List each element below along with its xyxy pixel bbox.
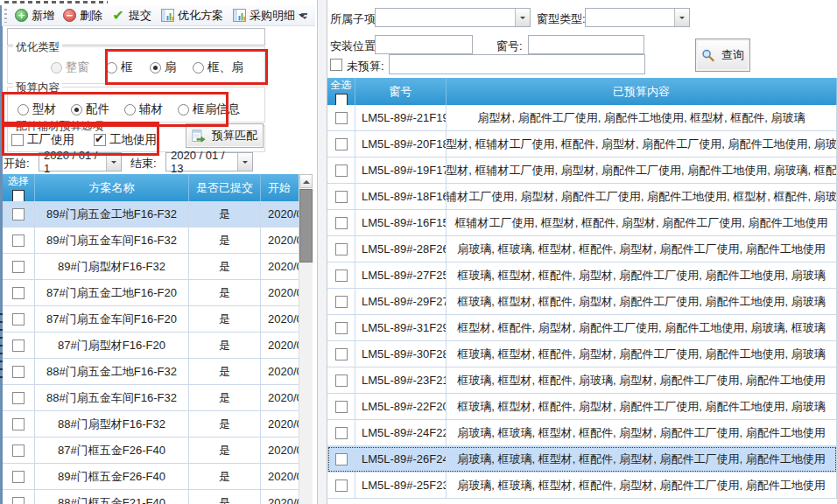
toolbar-grip[interactable]	[4, 9, 7, 23]
row-checkbox[interactable]	[12, 313, 25, 326]
plan-row[interactable]: 87#门扇五金车间F16-F20是2020/0	[3, 306, 313, 332]
row-checkbox[interactable]	[12, 471, 25, 483]
window-row[interactable]: LM5L-89#-21F19扇型材, 扇配件工厂使用, 扇配件工地使用, 框型材…	[327, 105, 837, 131]
column-header-select-all[interactable]: 全选	[327, 78, 355, 105]
win-no-input[interactable]	[528, 35, 644, 54]
date-end-dropdown-icon[interactable]	[237, 153, 252, 171]
select-all-plans-checkbox[interactable]	[12, 190, 25, 202]
checkbox-icon[interactable]	[94, 134, 106, 146]
row-checkbox[interactable]	[335, 480, 348, 492]
radio-option[interactable]: 配件	[71, 102, 109, 117]
radio-option[interactable]: 框	[106, 60, 133, 75]
window-row[interactable]: LM5L-89#-19F17框型材, 框辅材工厂使用, 扇型材, 扇配件工厂使用…	[327, 158, 837, 184]
no-budget-checkbox[interactable]	[330, 59, 342, 71]
row-checkbox[interactable]	[335, 138, 348, 150]
row-checkbox[interactable]	[335, 322, 348, 334]
row-checkbox[interactable]	[12, 418, 25, 430]
window-row[interactable]: LM5L-89#-26F24扇玻璃, 框玻璃, 框型材, 框配件, 扇型材, 扇…	[327, 446, 837, 472]
window-row[interactable]: LM5L-89#-28F26扇玻璃, 框玻璃, 框型材, 框配件, 扇型材, 扇…	[327, 236, 837, 262]
toolbar-button[interactable]: 优化方案	[156, 6, 228, 25]
date-start-picker[interactable]: 2020 / 01 / 1	[39, 152, 122, 172]
column-header-select[interactable]: 选择	[3, 174, 35, 201]
window-row[interactable]: LM5L-89#-18F16框辅材工厂使用, 扇型材, 扇配件工厂使用, 扇配件…	[327, 184, 837, 210]
column-header-submitted[interactable]: 是否已提交	[189, 174, 261, 201]
toolbar-overflow-button[interactable]	[298, 10, 311, 24]
select-all-windows-checkbox[interactable]	[335, 94, 348, 106]
plan-row[interactable]: 87#门扇五金工地F16-F20是2020/0	[3, 280, 313, 306]
radio-option[interactable]: 扇	[150, 60, 177, 75]
row-checkbox[interactable]	[12, 234, 25, 247]
toolbar-button[interactable]: ✔提交	[107, 6, 156, 25]
row-checkbox[interactable]	[335, 401, 348, 413]
row-checkbox[interactable]	[335, 112, 348, 124]
column-header-win-no[interactable]: 窗号	[355, 78, 447, 105]
budget-match-button[interactable]: 预算匹配	[186, 123, 264, 148]
plan-row[interactable]: 89#门扇型材F16-F32是2020/0	[3, 254, 313, 280]
checkbox-option[interactable]: 工地使用	[94, 132, 157, 148]
toolbar-button[interactable]: −删除	[59, 6, 107, 25]
row-checkbox[interactable]	[12, 261, 25, 273]
window-row[interactable]: LM5L-89#-27F25框玻璃, 框型材, 框配件, 扇型材, 扇配件工厂使…	[327, 262, 837, 289]
row-checkbox[interactable]	[12, 287, 25, 299]
row-checkbox[interactable]	[335, 217, 348, 229]
radio-option[interactable]: 辅材	[124, 102, 163, 117]
window-row[interactable]: LM5L-89#-30F28框玻璃, 框型材, 框配件, 扇型材, 扇配件工厂使…	[327, 341, 837, 368]
row-checkbox[interactable]	[335, 296, 348, 308]
radio-option[interactable]: 框扇信息	[178, 102, 240, 117]
query-button[interactable]: 查询	[695, 38, 750, 72]
window-row[interactable]: LM5L-89#-22F20框玻璃, 框型材, 框配件, 扇型材, 扇配件工厂使…	[327, 394, 837, 420]
window-row[interactable]: LM5L-89#-25F23扇玻璃, 框玻璃, 框型材, 框配件, 扇型材, 扇…	[327, 472, 837, 499]
plan-row[interactable]: 88#门框五金F21-F40是2020/0	[3, 490, 313, 504]
radio-icon[interactable]	[18, 104, 29, 116]
window-row[interactable]: LM5L-89#-16F15框辅材工厂使用, 框型材, 框配件, 扇型材, 扇配…	[327, 210, 837, 236]
window-row[interactable]: LM5L-89#-29F27框玻璃, 框型材, 框配件, 扇型材, 扇配件工厂使…	[327, 289, 837, 315]
toolbar-button[interactable]: +新增	[11, 6, 59, 25]
no-budget-input[interactable]	[389, 54, 645, 74]
plan-row[interactable]: 88#门扇五金工地F16-F32是2020/0	[3, 359, 313, 385]
row-checkbox[interactable]	[335, 243, 348, 256]
plan-table-scrollbar[interactable]	[299, 174, 313, 504]
sub-item-combobox[interactable]	[375, 8, 531, 27]
radio-icon[interactable]	[106, 62, 117, 74]
scrollbar-thumb[interactable]	[299, 189, 313, 262]
scrollbar-up-icon[interactable]	[299, 174, 313, 188]
column-header-budgeted[interactable]: 已预算内容	[447, 78, 837, 105]
radio-icon[interactable]	[193, 62, 204, 74]
window-row[interactable]: LM5L-89#-31F29框型材, 框配件, 扇型材, 扇配件工厂使用, 扇配…	[327, 315, 837, 341]
row-checkbox[interactable]	[12, 366, 25, 378]
sub-item-dropdown-icon[interactable]	[515, 9, 530, 26]
radio-icon[interactable]	[71, 104, 82, 116]
win-type-combobox[interactable]	[585, 8, 690, 27]
row-checkbox[interactable]	[335, 164, 348, 177]
install-pos-input[interactable]	[375, 35, 473, 54]
date-start-dropdown-icon[interactable]	[106, 153, 121, 171]
radio-icon[interactable]	[124, 104, 136, 116]
plan-row[interactable]: 89#门扇五金车间F16-F32是2020/0	[3, 228, 313, 254]
plan-row[interactable]: 89#门扇五金工地F16-F32是2020/0	[3, 201, 313, 228]
row-checkbox[interactable]	[12, 497, 25, 504]
radio-icon[interactable]	[150, 62, 161, 74]
radio-icon[interactable]	[178, 104, 189, 116]
row-checkbox[interactable]	[335, 348, 348, 360]
row-checkbox[interactable]	[335, 191, 348, 203]
checkbox-option[interactable]: 工厂使用	[11, 132, 74, 148]
row-checkbox[interactable]	[12, 208, 25, 220]
radio-option[interactable]: 框、扇	[193, 60, 243, 75]
row-checkbox[interactable]	[12, 392, 25, 404]
row-checkbox[interactable]	[335, 374, 348, 387]
row-checkbox[interactable]	[12, 340, 25, 352]
window-row[interactable]: LM5L-89#-20F18框型材, 框辅材工厂使用, 框配件, 扇型材, 扇配…	[327, 131, 837, 158]
panel-splitter[interactable]	[317, 0, 327, 504]
radio-option[interactable]: 型材	[18, 102, 56, 117]
window-row[interactable]: LM5L-89#-24F22扇玻璃, 框玻璃, 框型材, 框配件, 扇型材, 扇…	[327, 420, 837, 446]
plan-row[interactable]: 87#门扇型材F16-F20是2020/0	[3, 332, 313, 359]
win-type-dropdown-icon[interactable]	[674, 9, 689, 26]
row-checkbox[interactable]	[335, 427, 348, 439]
row-checkbox[interactable]	[335, 453, 348, 466]
plan-row[interactable]: 88#门扇五金车间F16-F32是2020/0	[3, 385, 313, 411]
window-row[interactable]: LM5L-89#-23F21框玻璃, 框型材, 框配件, 扇玻璃, 扇型材, 扇…	[327, 368, 837, 394]
row-checkbox[interactable]	[335, 270, 348, 282]
date-end-picker[interactable]: 2020 / 01 / 13	[165, 152, 253, 172]
checkbox-icon[interactable]	[11, 134, 24, 146]
plan-row[interactable]: 87#门框五金F26-F40是2020/0	[3, 438, 313, 464]
